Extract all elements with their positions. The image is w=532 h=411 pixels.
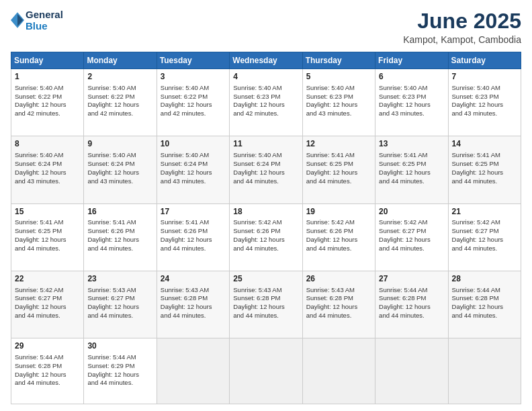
calendar-cell: 9Sunrise: 5:40 AM Sunset: 6:24 PM Daylig… <box>84 136 157 203</box>
day-number: 25 <box>233 274 298 285</box>
day-number: 26 <box>306 274 371 285</box>
logo-icon <box>11 12 24 28</box>
day-number: 4 <box>233 72 298 83</box>
calendar-cell: 21Sunrise: 5:42 AM Sunset: 6:27 PM Dayli… <box>448 203 521 271</box>
day-number: 8 <box>15 139 80 150</box>
day-info: Sunrise: 5:40 AM Sunset: 6:24 PM Dayligh… <box>87 151 152 185</box>
day-info: Sunrise: 5:42 AM Sunset: 6:26 PM Dayligh… <box>233 218 298 253</box>
day-number: 24 <box>161 274 226 285</box>
calendar-cell: 2Sunrise: 5:40 AM Sunset: 6:22 PM Daylig… <box>84 69 157 136</box>
calendar-cell: 28Sunrise: 5:44 AM Sunset: 6:28 PM Dayli… <box>448 271 521 338</box>
logo-text: GeneralBlue <box>26 9 63 32</box>
calendar-cell: 20Sunrise: 5:42 AM Sunset: 6:27 PM Dayli… <box>375 203 448 271</box>
calendar-week-row: 22Sunrise: 5:42 AM Sunset: 6:27 PM Dayli… <box>11 271 521 338</box>
logo: GeneralBlue <box>11 9 63 32</box>
calendar-cell: 22Sunrise: 5:42 AM Sunset: 6:27 PM Dayli… <box>11 271 84 338</box>
day-info: Sunrise: 5:41 AM Sunset: 6:25 PM Dayligh… <box>379 151 444 185</box>
day-info: Sunrise: 5:42 AM Sunset: 6:27 PM Dayligh… <box>379 218 444 253</box>
day-number: 17 <box>161 207 226 218</box>
calendar-cell: 24Sunrise: 5:43 AM Sunset: 6:28 PM Dayli… <box>157 271 229 338</box>
day-info: Sunrise: 5:40 AM Sunset: 6:23 PM Dayligh… <box>452 84 517 118</box>
day-info: Sunrise: 5:41 AM Sunset: 6:26 PM Dayligh… <box>161 218 226 253</box>
calendar-cell: 19Sunrise: 5:42 AM Sunset: 6:26 PM Dayli… <box>302 203 375 271</box>
day-info: Sunrise: 5:42 AM Sunset: 6:27 PM Dayligh… <box>15 286 80 320</box>
calendar-cell: 27Sunrise: 5:44 AM Sunset: 6:28 PM Dayli… <box>375 271 448 338</box>
calendar-cell: 29Sunrise: 5:44 AM Sunset: 6:28 PM Dayli… <box>11 338 84 404</box>
day-number: 15 <box>15 207 80 218</box>
day-number: 20 <box>379 207 444 218</box>
day-number: 14 <box>452 139 517 150</box>
day-number: 3 <box>161 72 226 83</box>
day-number: 12 <box>306 139 371 150</box>
calendar-cell: 10Sunrise: 5:40 AM Sunset: 6:24 PM Dayli… <box>157 136 229 203</box>
day-info: Sunrise: 5:40 AM Sunset: 6:22 PM Dayligh… <box>161 84 226 118</box>
day-number: 11 <box>233 139 298 150</box>
calendar-table: SundayMondayTuesdayWednesdayThursdayFrid… <box>11 52 521 404</box>
day-number: 9 <box>87 139 152 150</box>
location: Kampot, Kampot, Cambodia <box>403 34 521 45</box>
day-info: Sunrise: 5:43 AM Sunset: 6:28 PM Dayligh… <box>233 286 298 320</box>
day-number: 7 <box>452 72 517 83</box>
calendar-cell <box>157 338 229 404</box>
calendar-cell: 12Sunrise: 5:41 AM Sunset: 6:25 PM Dayli… <box>302 136 375 203</box>
calendar-cell: 26Sunrise: 5:43 AM Sunset: 6:28 PM Dayli… <box>302 271 375 338</box>
month-title: June 2025 <box>403 9 521 33</box>
calendar-week-row: 8Sunrise: 5:40 AM Sunset: 6:24 PM Daylig… <box>11 136 521 203</box>
calendar-cell <box>448 338 521 404</box>
calendar-cell: 13Sunrise: 5:41 AM Sunset: 6:25 PM Dayli… <box>375 136 448 203</box>
day-number: 10 <box>161 139 226 150</box>
day-number: 6 <box>379 72 444 83</box>
day-info: Sunrise: 5:44 AM Sunset: 6:28 PM Dayligh… <box>379 286 444 320</box>
col-header-monday: Monday <box>84 52 157 69</box>
day-info: Sunrise: 5:41 AM Sunset: 6:25 PM Dayligh… <box>306 151 371 185</box>
calendar-cell <box>230 338 302 404</box>
page: GeneralBlue June 2025 Kampot, Kampot, Ca… <box>0 0 532 411</box>
day-info: Sunrise: 5:41 AM Sunset: 6:25 PM Dayligh… <box>15 218 80 253</box>
col-header-sunday: Sunday <box>11 52 84 69</box>
col-header-saturday: Saturday <box>448 52 521 69</box>
calendar-cell: 25Sunrise: 5:43 AM Sunset: 6:28 PM Dayli… <box>230 271 302 338</box>
calendar-week-row: 1Sunrise: 5:40 AM Sunset: 6:22 PM Daylig… <box>11 69 521 136</box>
day-info: Sunrise: 5:40 AM Sunset: 6:23 PM Dayligh… <box>233 84 298 118</box>
day-info: Sunrise: 5:44 AM Sunset: 6:28 PM Dayligh… <box>452 286 517 320</box>
day-number: 13 <box>379 139 444 150</box>
day-info: Sunrise: 5:40 AM Sunset: 6:24 PM Dayligh… <box>233 151 298 185</box>
calendar-cell <box>302 338 375 404</box>
day-number: 27 <box>379 274 444 285</box>
calendar-cell: 8Sunrise: 5:40 AM Sunset: 6:24 PM Daylig… <box>11 136 84 203</box>
day-number: 28 <box>452 274 517 285</box>
col-header-wednesday: Wednesday <box>230 52 302 69</box>
day-number: 21 <box>452 207 517 218</box>
header: GeneralBlue June 2025 Kampot, Kampot, Ca… <box>11 9 521 45</box>
day-number: 2 <box>87 72 152 83</box>
day-info: Sunrise: 5:40 AM Sunset: 6:23 PM Dayligh… <box>379 84 444 118</box>
day-info: Sunrise: 5:41 AM Sunset: 6:25 PM Dayligh… <box>452 151 517 185</box>
day-info: Sunrise: 5:40 AM Sunset: 6:24 PM Dayligh… <box>161 151 226 185</box>
day-number: 1 <box>15 72 80 83</box>
col-header-friday: Friday <box>375 52 448 69</box>
day-info: Sunrise: 5:42 AM Sunset: 6:26 PM Dayligh… <box>306 218 371 253</box>
calendar-cell: 4Sunrise: 5:40 AM Sunset: 6:23 PM Daylig… <box>230 69 302 136</box>
day-info: Sunrise: 5:44 AM Sunset: 6:29 PM Dayligh… <box>87 353 152 387</box>
calendar-cell: 23Sunrise: 5:43 AM Sunset: 6:27 PM Dayli… <box>84 271 157 338</box>
calendar-week-row: 15Sunrise: 5:41 AM Sunset: 6:25 PM Dayli… <box>11 203 521 271</box>
day-info: Sunrise: 5:41 AM Sunset: 6:26 PM Dayligh… <box>87 218 152 253</box>
day-info: Sunrise: 5:40 AM Sunset: 6:22 PM Dayligh… <box>87 84 152 118</box>
calendar-cell: 15Sunrise: 5:41 AM Sunset: 6:25 PM Dayli… <box>11 203 84 271</box>
calendar-cell: 5Sunrise: 5:40 AM Sunset: 6:23 PM Daylig… <box>302 69 375 136</box>
day-info: Sunrise: 5:43 AM Sunset: 6:28 PM Dayligh… <box>306 286 371 320</box>
day-info: Sunrise: 5:43 AM Sunset: 6:27 PM Dayligh… <box>87 286 152 320</box>
calendar-cell: 6Sunrise: 5:40 AM Sunset: 6:23 PM Daylig… <box>375 69 448 136</box>
day-info: Sunrise: 5:42 AM Sunset: 6:27 PM Dayligh… <box>452 218 517 253</box>
title-block: June 2025 Kampot, Kampot, Cambodia <box>403 9 521 45</box>
calendar-cell <box>375 338 448 404</box>
calendar-week-row: 29Sunrise: 5:44 AM Sunset: 6:28 PM Dayli… <box>11 338 521 404</box>
day-number: 5 <box>306 72 371 83</box>
day-info: Sunrise: 5:40 AM Sunset: 6:24 PM Dayligh… <box>15 151 80 185</box>
day-number: 23 <box>87 274 152 285</box>
day-info: Sunrise: 5:40 AM Sunset: 6:23 PM Dayligh… <box>306 84 371 118</box>
day-info: Sunrise: 5:44 AM Sunset: 6:28 PM Dayligh… <box>15 353 80 387</box>
day-number: 30 <box>87 341 152 352</box>
col-header-tuesday: Tuesday <box>157 52 229 69</box>
day-info: Sunrise: 5:43 AM Sunset: 6:28 PM Dayligh… <box>161 286 226 320</box>
